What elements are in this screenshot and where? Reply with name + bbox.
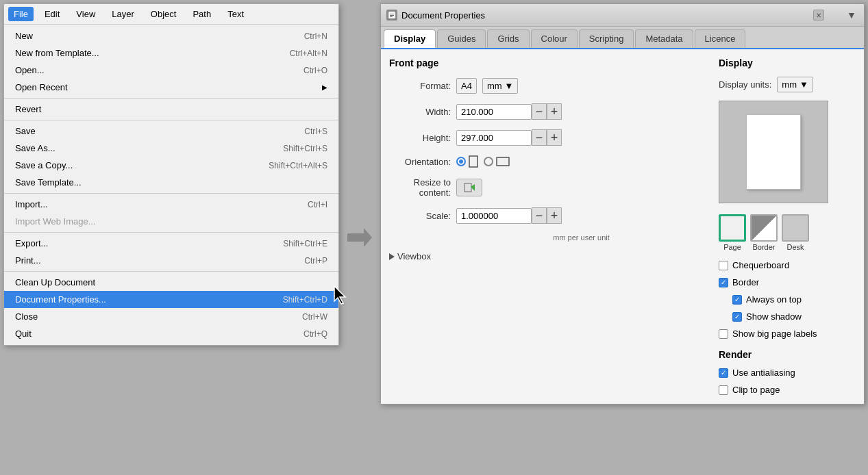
orientation-row: Orientation: <box>389 155 705 168</box>
orientation-label: Orientation: <box>389 157 451 167</box>
border-checkbox[interactable]: ✓ <box>719 278 728 287</box>
page-preview <box>719 101 828 203</box>
show-big-labels-checkbox[interactable] <box>719 329 728 339</box>
border-swatch-label: Border <box>752 243 775 251</box>
show-shadow-checkbox[interactable]: ✓ <box>732 312 742 322</box>
desk-swatch-label: Desk <box>786 243 804 251</box>
antialiasing-checkbox[interactable]: ✓ <box>719 368 728 378</box>
front-page-section: Front page Format: A4 mm ▼ Width: − + <box>389 57 705 396</box>
tab-display[interactable]: Display <box>384 29 436 48</box>
menu-item-cleanup[interactable]: Clean Up Document <box>4 274 338 291</box>
menu-item-save-as[interactable]: Save As... Shift+Ctrl+S <box>4 140 338 157</box>
menu-item-close[interactable]: Close Ctrl+W <box>4 308 338 325</box>
height-row: Height: − + <box>389 129 705 146</box>
menubar-file[interactable]: File <box>8 7 34 21</box>
tab-colour[interactable]: Colour <box>531 29 578 48</box>
orientation-landscape-option[interactable] <box>484 157 510 166</box>
clip-to-page-label: Clip to page <box>732 385 780 395</box>
document-properties-panel: Document Properties ✕ ▼ Display Guides G… <box>380 3 865 405</box>
render-title: Render <box>719 349 856 360</box>
viewbox-arrow-icon <box>389 253 395 260</box>
width-label: Width: <box>389 107 451 117</box>
page-swatch[interactable] <box>719 214 746 242</box>
tab-metadata[interactable]: Metadata <box>635 29 693 48</box>
menu-item-print[interactable]: Print... Ctrl+P <box>4 252 338 269</box>
width-decrease-btn[interactable]: − <box>532 103 547 120</box>
chequerboard-checkbox[interactable] <box>719 261 728 270</box>
show-shadow-label: Show shadow <box>746 311 802 322</box>
tab-grids[interactable]: Grids <box>487 29 529 48</box>
scale-row: Scale: − + <box>389 207 705 224</box>
display-units-dropdown[interactable]: mm ▼ <box>777 77 813 92</box>
tab-scripting[interactable]: Scripting <box>579 29 634 48</box>
desk-swatch[interactable] <box>782 214 809 242</box>
menu-item-save-copy[interactable]: Save a Copy... Shift+Ctrl+Alt+S <box>4 157 338 174</box>
orientation-portrait-option[interactable] <box>456 155 478 168</box>
panel-title-text: Document Properties <box>401 10 813 21</box>
scale-increase-btn[interactable]: + <box>547 207 562 224</box>
separator-2 <box>4 120 338 120</box>
landscape-radio[interactable] <box>484 157 493 166</box>
front-page-title: Front page <box>389 57 705 68</box>
scale-input[interactable] <box>456 208 532 224</box>
svg-rect-6 <box>469 156 478 167</box>
menubar-layer[interactable]: Layer <box>106 7 140 21</box>
width-input[interactable] <box>456 104 532 120</box>
menu-item-import[interactable]: Import... Ctrl+I <box>4 196 338 213</box>
menu-items-list: New Ctrl+N New from Template... Ctrl+Alt… <box>4 25 338 345</box>
menu-item-new-from-template[interactable]: New from Template... Ctrl+Alt+N <box>4 44 338 62</box>
border-checkbox-row: ✓ Border <box>719 277 856 287</box>
format-dropdown[interactable]: A4 <box>456 78 477 94</box>
menu-item-revert[interactable]: Revert <box>4 101 338 118</box>
height-decrease-btn[interactable]: − <box>532 129 547 146</box>
width-increase-btn[interactable]: + <box>547 103 562 120</box>
page-swatch-label: Page <box>723 243 741 251</box>
menu-item-document-properties[interactable]: Document Properties... Shift+Ctrl+D <box>4 291 338 308</box>
chequerboard-row: Chequerboard <box>719 260 856 270</box>
format-unit-dropdown[interactable]: mm ▼ <box>482 78 519 94</box>
height-stepper: − + <box>456 129 562 146</box>
menubar-object[interactable]: Object <box>145 7 182 21</box>
panel-titlebar: Document Properties ✕ ▼ <box>381 4 864 27</box>
menu-item-quit[interactable]: Quit Ctrl+Q <box>4 325 338 342</box>
menu-item-save-template[interactable]: Save Template... <box>4 174 338 191</box>
clip-to-page-checkbox[interactable] <box>719 385 728 395</box>
scale-decrease-btn[interactable]: − <box>532 207 547 224</box>
separator-5 <box>4 271 338 272</box>
svg-marker-1 <box>347 228 372 247</box>
resize-content-button[interactable] <box>456 179 482 196</box>
always-on-top-row: ✓ Always on top <box>732 294 856 305</box>
height-increase-btn[interactable]: + <box>547 129 562 146</box>
tab-licence[interactable]: Licence <box>695 29 746 48</box>
panel-scroll-button[interactable]: ▼ <box>845 8 858 22</box>
height-label: Height: <box>389 133 451 143</box>
portrait-radio[interactable] <box>456 157 466 166</box>
scale-label: Scale: <box>389 211 451 221</box>
menubar-view[interactable]: View <box>71 7 101 21</box>
menubar-path[interactable]: Path <box>187 7 216 21</box>
border-swatch[interactable] <box>750 214 778 242</box>
tab-guides[interactable]: Guides <box>437 29 486 48</box>
height-input[interactable] <box>456 130 532 146</box>
panel-close-button[interactable]: ✕ <box>813 10 824 21</box>
menubar-edit[interactable]: Edit <box>39 7 65 21</box>
width-row: Width: − + <box>389 103 705 120</box>
display-units-row: Display units: mm ▼ <box>719 77 856 92</box>
menu-item-open[interactable]: Open... Ctrl+O <box>4 62 338 79</box>
landscape-icon <box>496 157 510 166</box>
menu-item-export[interactable]: Export... Shift+Ctrl+E <box>4 235 338 252</box>
menu-item-new[interactable]: New Ctrl+N <box>4 27 338 44</box>
menu-bar: File Edit View Layer Object Path Text <box>4 4 338 25</box>
page-swatch-col: Page <box>719 214 746 251</box>
display-section: Display Display units: mm ▼ Page <box>719 57 856 396</box>
svg-rect-5 <box>390 16 393 17</box>
menubar-text[interactable]: Text <box>222 7 249 21</box>
format-row: Format: A4 mm ▼ <box>389 78 705 94</box>
viewbox-toggle[interactable]: Viewbox <box>389 251 705 261</box>
clip-to-page-row: Clip to page <box>719 385 856 395</box>
width-stepper: − + <box>456 103 562 120</box>
svg-marker-0 <box>334 286 345 304</box>
always-on-top-checkbox[interactable]: ✓ <box>732 295 742 305</box>
menu-item-open-recent[interactable]: Open Recent ▶ <box>4 79 338 96</box>
menu-item-save[interactable]: Save Ctrl+S <box>4 123 338 140</box>
